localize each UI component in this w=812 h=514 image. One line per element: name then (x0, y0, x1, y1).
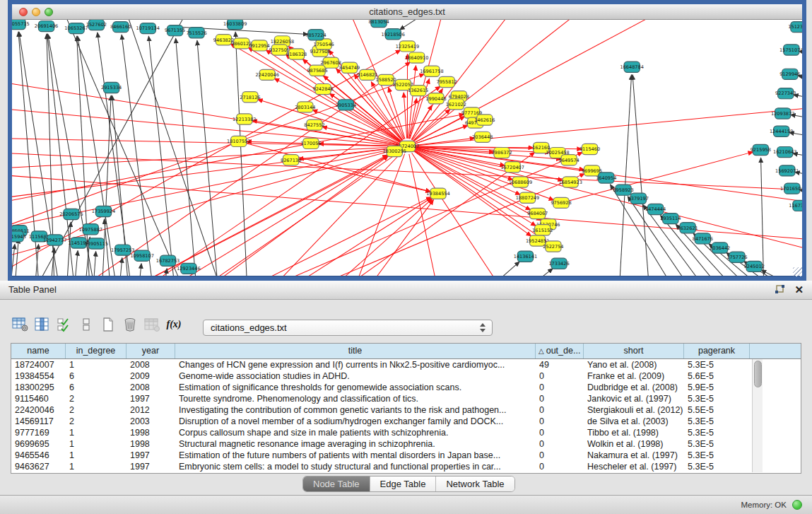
graph-node[interactable]: 12923446 (177, 263, 200, 274)
graph-node[interactable]: 7632621 (677, 223, 698, 233)
graph-node[interactable]: 16782753 (156, 255, 180, 266)
table-selector[interactable]: citations_edges.txt (203, 320, 493, 336)
tab-edge-table[interactable]: Edge Table (370, 477, 437, 491)
table-cell-short[interactable]: Jankovic et al. (1997) (584, 393, 684, 404)
table-scrollbar-thumb[interactable] (754, 361, 762, 387)
graph-node[interactable]: 7515526 (186, 28, 206, 38)
table-cell-title[interactable]: Tourette syndrome. Phenomenology and cla… (175, 393, 536, 404)
table-cell-year[interactable]: 1997 (126, 450, 175, 461)
graph-node[interactable]: 14055715 (12, 20, 30, 30)
table-cell-out_de[interactable]: 0 (536, 450, 584, 461)
table-cell-in_degree[interactable]: 1 (66, 450, 126, 461)
table-cell-short[interactable]: Nakamura et al. (1997) (584, 450, 684, 461)
column-header-year[interactable]: year (126, 344, 175, 358)
graph-node[interactable]: 2803144 (295, 102, 315, 112)
graph-node[interactable]: 10688609 (509, 177, 532, 187)
graph-node[interactable]: 12213383 (233, 114, 256, 124)
table-cell-pagerank[interactable]: 5.3E-5 (684, 359, 750, 370)
table-cell-in_degree[interactable]: 1 (66, 438, 126, 450)
graph-node[interactable]: 9671355 (165, 25, 185, 36)
graph-node[interactable]: 15751074 (779, 45, 802, 55)
table-cell-pagerank[interactable]: 5.6E-5 (684, 370, 750, 382)
table-cell-short[interactable]: de Silva et al. (2003) (584, 416, 684, 427)
graph-node[interactable]: 2935114 (660, 214, 681, 224)
table-cell-year[interactable]: 1997 (126, 393, 175, 404)
graph-node[interactable]: 2915334 (101, 82, 122, 93)
table-cell-pagerank[interactable]: 5.3E-5 (684, 461, 750, 472)
graph-node[interactable]: 7986372 (491, 147, 512, 158)
table-row[interactable]: 1830029562008Estimation of significance … (11, 382, 801, 393)
graph-node[interactable]: 9215958 (751, 144, 771, 155)
column-header-name[interactable]: name (11, 344, 66, 358)
window-titlebar[interactable]: citations_edges.txt (12, 4, 802, 20)
graph-node[interactable]: 17359924 (92, 206, 115, 216)
table-cell-pagerank[interactable]: 5.9E-5 (684, 382, 750, 393)
table-cell-pagerank[interactable]: 5.5E-5 (684, 404, 750, 416)
table-cell-title[interactable]: Estimation of the future numbers of pati… (175, 450, 536, 461)
table-cell-year[interactable]: 2003 (126, 416, 175, 427)
graph-node[interactable]: 7857224 (305, 30, 326, 40)
graph-node[interactable]: 1757726 (726, 252, 747, 262)
graph-node[interactable]: 8267130 (281, 155, 301, 165)
table-cell-title[interactable]: Changes of HCN gene expression and I(f) … (175, 359, 536, 370)
table-row[interactable]: 1456911722003Disruption of a novel membe… (11, 416, 801, 427)
table-cell-title[interactable]: Corpus callosum shape and size in male p… (175, 427, 536, 438)
graph-node[interactable]: 16210643 (773, 146, 796, 157)
network-view[interactable]: 1872400794638229860123991295418226058932… (12, 20, 802, 276)
graph-node[interactable]: 9227343 (775, 88, 796, 99)
graph-node[interactable]: 9474444 (645, 204, 666, 214)
table-row[interactable]: 1872400712008Changes of HCN gene express… (11, 359, 801, 370)
graph-node[interactable]: 6379197 (628, 193, 649, 204)
graph-node[interactable]: 12444159 (770, 126, 793, 136)
table-cell-title[interactable]: Investigating the contribution of common… (175, 404, 536, 416)
graph-node[interactable]: 2036442 (710, 243, 730, 253)
graph-node[interactable]: 10653267 (64, 23, 88, 34)
minimize-button[interactable] (32, 8, 40, 16)
column-header-short[interactable]: short (584, 344, 684, 358)
table-cell-short[interactable]: Tibbo et al. (1998) (584, 427, 684, 438)
table-cell-in_degree[interactable]: 2 (66, 416, 126, 427)
graph-node[interactable]: 1362615 (408, 86, 428, 96)
table-cell-name[interactable]: 9115460 (11, 393, 66, 404)
table-row[interactable]: 969969511998Structural magnetic resonanc… (11, 438, 801, 450)
table-cell-pagerank[interactable]: 5.3E-5 (684, 438, 750, 450)
zoom-button[interactable] (45, 8, 53, 16)
graph-node[interactable]: 8427552 (304, 119, 324, 130)
column-header-title[interactable]: title (175, 344, 536, 358)
table-cell-name[interactable]: 18724007 (11, 359, 66, 370)
table-cell-title[interactable]: Genome-wide association studies in ADHD. (175, 370, 536, 382)
table-cell-pagerank[interactable]: 5.3E-5 (684, 416, 750, 427)
table-cell-name[interactable]: 9699695 (11, 438, 66, 450)
table-cell-in_degree[interactable]: 2 (66, 393, 126, 404)
memory-ok-indicator[interactable] (792, 500, 802, 510)
row-checks-icon[interactable] (55, 315, 73, 334)
graph-node[interactable]: 1615152 (532, 225, 553, 235)
table-cell-out_de[interactable]: 0 (536, 382, 584, 393)
graph-node[interactable]: 8186328 (286, 49, 307, 59)
delete-icon[interactable] (121, 315, 139, 334)
table-cell-year[interactable]: 2009 (126, 370, 175, 382)
graph-node[interactable]: 11673514 (789, 200, 802, 211)
table-cell-year[interactable]: 2012 (126, 404, 175, 416)
table-cell-name[interactable]: 19384554 (11, 370, 66, 382)
graph-node[interactable]: 9245012 (744, 261, 765, 271)
table-row[interactable]: 977716911998Corpus callosum shape and si… (11, 427, 801, 438)
graph-node[interactable]: 9684067 (527, 208, 548, 218)
table-cell-out_de[interactable]: 0 (536, 427, 584, 438)
graph-node[interactable]: 9649574 (559, 155, 579, 165)
table-cell-pagerank[interactable]: 5.3E-5 (684, 427, 750, 438)
column-header-out_de[interactable]: △out_de... (536, 344, 584, 358)
table-cell-out_de[interactable]: 0 (536, 393, 584, 404)
table-cell-in_degree[interactable]: 6 (66, 370, 126, 382)
graph-node[interactable]: 8466160 (110, 22, 131, 33)
table-cell-title[interactable]: Estimation of significance thresholds fo… (175, 382, 536, 393)
table-row[interactable]: 911546021997Tourette syndrome. Phenomeno… (11, 393, 801, 404)
table-cell-year[interactable]: 1998 (126, 438, 175, 450)
table-cell-pagerank[interactable]: 5.3E-5 (684, 393, 750, 404)
table-row[interactable]: 1938455462009Genome-wide association stu… (11, 370, 801, 382)
table-cell-in_degree[interactable]: 6 (66, 382, 126, 393)
tab-network-table[interactable]: Network Table (436, 477, 514, 491)
graph-node[interactable]: 2718126 (240, 92, 260, 103)
graph-node[interactable]: 15692071 (775, 165, 799, 176)
table-cell-out_de[interactable]: 0 (536, 416, 584, 427)
